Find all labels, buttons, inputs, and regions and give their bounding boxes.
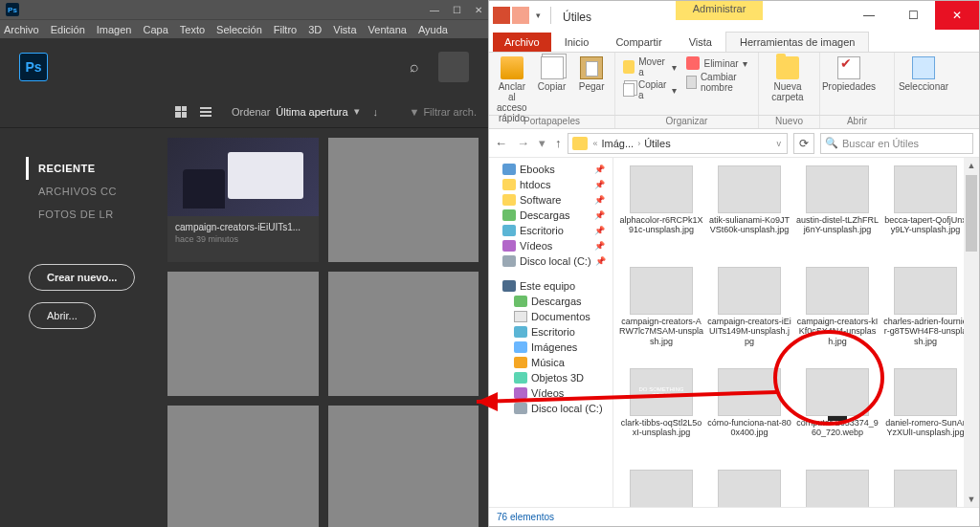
- nav-back-icon[interactable]: ←: [495, 136, 507, 150]
- copy-button[interactable]: Copiar: [537, 56, 568, 92]
- tree-node[interactable]: Música: [489, 355, 612, 370]
- file-item[interactable]: charles-adrien-fournier-g8T5WH4F8-unspla…: [883, 265, 968, 362]
- file-item[interactable]: Desktop-Computer-PNG-File.png: [619, 468, 703, 507]
- file-item[interactable]: campaign-creators-ARW7lc7MSAM-unsplash.j…: [619, 265, 703, 362]
- nav-up-icon[interactable]: ↑: [555, 136, 562, 150]
- menu-imagen[interactable]: Imagen: [97, 24, 132, 35]
- tree-node[interactable]: Vídeos📌: [489, 238, 612, 253]
- menu-ventana[interactable]: Ventana: [368, 24, 407, 35]
- tree-node[interactable]: Descargas📌: [489, 208, 612, 223]
- minimize-icon[interactable]: —: [430, 5, 439, 15]
- empty-slot[interactable]: [167, 272, 319, 396]
- grid-view-icon[interactable]: [172, 103, 189, 121]
- close-icon[interactable]: ✕: [475, 5, 482, 15]
- tree-node[interactable]: Documentos: [489, 309, 612, 324]
- file-item[interactable]: austin-distel-tLZhFRLj6nY-unsplash.jpg: [795, 164, 880, 261]
- maximize-icon[interactable]: ☐: [891, 1, 935, 30]
- address-bar[interactable]: « Imág... › Útiles v: [568, 133, 789, 154]
- tree-node[interactable]: Disco local (C:): [489, 401, 612, 416]
- qat-icon[interactable]: [493, 7, 510, 24]
- move-to-button[interactable]: Mover a▾: [623, 56, 677, 77]
- scroll-down-icon[interactable]: ▼: [964, 492, 979, 507]
- tab-vista[interactable]: Vista: [676, 33, 725, 52]
- empty-slot[interactable]: [328, 272, 479, 396]
- file-item[interactable]: cómo-funciona-nat-800x400.jpg: [707, 366, 791, 464]
- file-item[interactable]: campaign-creators-iEiUITs149M-unsplash.j…: [707, 265, 791, 362]
- new-folder-button[interactable]: Nueva carpeta: [767, 56, 809, 102]
- tab-herramientas-imagen[interactable]: Herramientas de imagen: [725, 32, 869, 52]
- tree-node[interactable]: Escritorio: [489, 324, 612, 340]
- tree-node[interactable]: Vídeos: [489, 385, 612, 401]
- menu-filtro[interactable]: Filtro: [274, 24, 297, 35]
- copy-to-button[interactable]: Copiar a▾: [623, 79, 677, 100]
- chevron-down-icon[interactable]: ▾: [531, 11, 545, 20]
- context-tab-administrar[interactable]: Administrar: [676, 1, 764, 20]
- empty-slot[interactable]: [167, 406, 319, 527]
- empty-slot[interactable]: [328, 406, 479, 527]
- properties-button[interactable]: Propiedades: [828, 56, 870, 92]
- menu-vista[interactable]: Vista: [333, 24, 356, 35]
- file-item[interactable]: Dollarphotoclub_65166982-2-1600: [707, 468, 791, 507]
- nav-history-icon[interactable]: ▾: [539, 136, 546, 150]
- menu-seleccion[interactable]: Selección: [216, 24, 262, 35]
- tree-node[interactable]: Ebooks📌: [489, 162, 612, 177]
- list-view-icon[interactable]: [197, 103, 214, 121]
- menu-texto[interactable]: Texto: [180, 24, 205, 35]
- file-item[interactable]: alphacolor-r6RCPk1X91c-unsplash.jpg: [619, 164, 703, 261]
- tree-node[interactable]: Disco local (C:)📌: [489, 253, 612, 269]
- scrollbar[interactable]: ▲ ▼: [964, 158, 979, 507]
- tree-node[interactable]: Escritorio📌: [489, 223, 612, 238]
- user-avatar[interactable]: [438, 52, 469, 82]
- search-input[interactable]: 🔍 Buscar en Útiles: [820, 133, 973, 154]
- minimize-icon[interactable]: —: [847, 1, 891, 30]
- open-button[interactable]: Abrir...: [29, 302, 96, 329]
- pin-button[interactable]: Anclar al acceso rápido: [497, 56, 527, 123]
- tree-node[interactable]: Este equipo: [489, 278, 612, 294]
- menu-edicion[interactable]: Edición: [51, 24, 85, 35]
- file-item[interactable]: becca-tapert-QofjUnxy9LY-unsplash.jpg: [883, 164, 968, 261]
- qat-icon[interactable]: [512, 7, 529, 24]
- tab-archivo[interactable]: Archivo: [493, 33, 551, 52]
- search-icon[interactable]: ⌕: [410, 58, 419, 76]
- tab-inicio[interactable]: Inicio: [551, 33, 603, 52]
- file-item[interactable]: edho-pratama-T6fDN60bMWY-u: [883, 468, 968, 507]
- create-new-button[interactable]: Crear nuevo...: [29, 264, 135, 291]
- tab-reciente[interactable]: RECIENTE: [26, 157, 167, 180]
- tree-node[interactable]: Descargas: [489, 294, 612, 309]
- select-button[interactable]: Seleccionar: [902, 56, 945, 92]
- tree-node[interactable]: htdocs📌: [489, 177, 612, 192]
- delete-button[interactable]: Eliminar▾: [686, 56, 750, 70]
- paste-button[interactable]: Pegar: [576, 56, 607, 92]
- path-segment[interactable]: Imág...: [602, 138, 635, 149]
- file-item[interactable]: DO SOMETHING GREATclark-tibbs-oqStl2L5ox…: [619, 366, 703, 464]
- file-item[interactable]: edho-pratama-T6fDN60bMWY-u: [795, 468, 880, 507]
- menu-capa[interactable]: Capa: [143, 24, 167, 35]
- path-segment[interactable]: Útiles: [644, 138, 671, 149]
- sort-direction-icon[interactable]: ↓: [373, 106, 379, 118]
- tree-node[interactable]: Objetos 3D: [489, 370, 612, 385]
- rename-button[interactable]: Cambiar nombre: [686, 72, 750, 93]
- close-icon[interactable]: ✕: [935, 1, 979, 30]
- recent-file-card[interactable]: campaign-creators-iEiUITs1... hace 39 mi…: [167, 138, 319, 262]
- scrollbar-thumb[interactable]: [966, 175, 977, 252]
- nav-tree[interactable]: Ebooks📌htdocs📌Software📌Descargas📌Escrito…: [489, 158, 613, 507]
- chevron-down-icon[interactable]: ▾: [354, 105, 360, 118]
- empty-slot[interactable]: [328, 138, 479, 262]
- scroll-up-icon[interactable]: ▲: [964, 158, 979, 173]
- tab-fotos-lr[interactable]: FOTOS DE LR: [29, 203, 167, 226]
- tab-compartir[interactable]: Compartir: [602, 33, 675, 52]
- file-item[interactable]: daniel-romero-SunArYzXUlI-unsplash.jpg: [883, 366, 968, 464]
- file-item[interactable]: atik-sulianami-Ko9JTVSt60k-unsplash.jpg: [707, 164, 791, 261]
- refresh-icon[interactable]: ⟳: [793, 133, 814, 154]
- file-item[interactable]: campaign-creators-kIKf0cSX4N4-unsplash.j…: [795, 265, 880, 362]
- file-item[interactable]: computer-2653374_960_720.webp: [795, 366, 880, 464]
- menu-ayuda[interactable]: Ayuda: [418, 24, 448, 35]
- menu-archivo[interactable]: Archivo: [4, 24, 39, 35]
- maximize-icon[interactable]: ☐: [453, 5, 461, 15]
- tab-archivos-cc[interactable]: ARCHIVOS CC: [29, 180, 167, 203]
- sort-value[interactable]: Última apertura: [276, 106, 347, 118]
- menu-3d[interactable]: 3D: [308, 24, 322, 35]
- tree-node[interactable]: Software📌: [489, 192, 612, 208]
- filter-button[interactable]: ▼Filtrar arch.: [409, 106, 477, 118]
- tree-node[interactable]: Imágenes: [489, 340, 612, 355]
